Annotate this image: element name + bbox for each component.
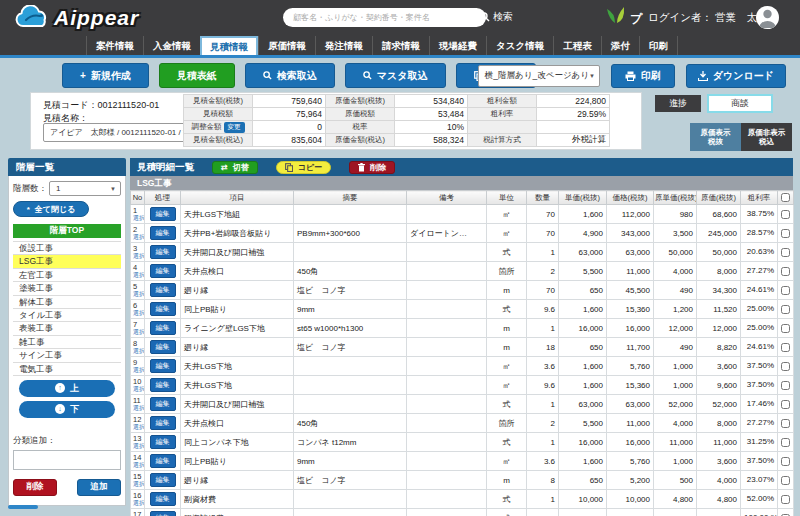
tab-発注情報[interactable]: 発注情報: [315, 36, 372, 55]
edit-button[interactable]: 編集: [150, 454, 176, 468]
edit-button[interactable]: 編集: [150, 226, 176, 240]
edit-button[interactable]: 編集: [150, 435, 176, 449]
tab-請求情報[interactable]: 請求情報: [372, 36, 429, 55]
row-select-link[interactable]: 選択: [133, 310, 143, 317]
avatar[interactable]: [756, 6, 779, 29]
move-up-button[interactable]: ↑ 上: [19, 380, 115, 397]
row-select-link[interactable]: 選択: [133, 272, 143, 279]
edit-button[interactable]: 編集: [150, 207, 176, 221]
print-button[interactable]: 印刷: [611, 64, 675, 88]
edit-button[interactable]: 編集: [150, 397, 176, 411]
tab-入金情報[interactable]: 入金情報: [143, 36, 200, 55]
sidebar-item-塗装工事[interactable]: 塗装工事: [13, 282, 121, 295]
row-checkbox[interactable]: [781, 419, 790, 428]
row-checkbox[interactable]: [781, 210, 790, 219]
select-all-checkbox[interactable]: [781, 193, 790, 202]
detail-copy-button[interactable]: コピー: [276, 161, 331, 174]
row-select-link[interactable]: 選択: [133, 329, 143, 336]
sidebar-item-タイル工事[interactable]: タイル工事: [13, 309, 121, 322]
row-select-link[interactable]: 選択: [133, 215, 143, 222]
change-adjust-button[interactable]: 変更: [224, 122, 245, 133]
edit-button[interactable]: 編集: [150, 283, 176, 297]
hierarchy-top-button[interactable]: 階層TOP: [13, 224, 121, 238]
edit-button[interactable]: 編集: [150, 321, 176, 335]
switch-button[interactable]: ⇄ 切替: [212, 161, 258, 174]
row-select-link[interactable]: 選択: [133, 481, 143, 488]
row-checkbox[interactable]: [781, 343, 790, 352]
sidebar-item-電気工事[interactable]: 電気工事: [13, 363, 121, 376]
row-select-link[interactable]: 選択: [133, 424, 143, 431]
row-select-link[interactable]: 選択: [133, 367, 143, 374]
row-checkbox[interactable]: [781, 476, 790, 485]
cost-hide-toggle[interactable]: 原価非表示 税込: [741, 123, 792, 151]
new-create-button[interactable]: + 新規作成: [62, 63, 149, 88]
help-link[interactable]: プ: [604, 6, 642, 28]
edit-button[interactable]: 編集: [150, 416, 176, 430]
row-checkbox[interactable]: [781, 267, 790, 276]
row-checkbox[interactable]: [781, 248, 790, 257]
row-select-link[interactable]: 選択: [133, 443, 143, 450]
sidebar-item-雑工事[interactable]: 雑工事: [13, 336, 121, 349]
edit-button[interactable]: 編集: [150, 492, 176, 506]
row-select-link[interactable]: 選択: [133, 500, 143, 507]
print-layout-select[interactable]: 横_階層あり_改ページあり ▼: [478, 65, 600, 87]
row-select-link[interactable]: 選択: [133, 405, 143, 412]
row-select-link[interactable]: 選択: [133, 386, 143, 393]
progress-status-button[interactable]: 商談: [707, 94, 773, 113]
global-search-input[interactable]: [283, 8, 486, 27]
sidebar-item-表装工事[interactable]: 表装工事: [13, 322, 121, 335]
master-import-button[interactable]: マスタ取込: [345, 63, 446, 88]
tab-見積情報[interactable]: 見積情報: [200, 36, 258, 55]
global-search-button[interactable]: 検索: [474, 9, 519, 25]
category-add-button[interactable]: 追加: [77, 479, 121, 496]
search-import-button[interactable]: 検索取込: [245, 63, 335, 88]
row-checkbox[interactable]: [781, 400, 790, 409]
collapse-all-button[interactable]: * 全て閉じる: [13, 201, 89, 217]
sidebar-item-左官工事[interactable]: 左官工事: [13, 269, 121, 282]
edit-button[interactable]: 編集: [150, 473, 176, 487]
progress-button[interactable]: 進捗: [655, 95, 701, 112]
cost-show-toggle[interactable]: 原価表示 税抜: [690, 123, 741, 151]
sidebar-scrollbar-thumb[interactable]: [8, 505, 38, 509]
row-checkbox[interactable]: [781, 381, 790, 390]
sidebar-item-仮設工事[interactable]: 仮設工事: [13, 242, 121, 255]
tab-添付[interactable]: 添付: [601, 36, 639, 55]
category-add-input[interactable]: [13, 450, 121, 470]
sidebar-item-サイン工事[interactable]: サイン工事: [13, 349, 121, 362]
edit-button[interactable]: 編集: [150, 302, 176, 316]
tab-工程表[interactable]: 工程表: [553, 36, 601, 55]
row-select-link[interactable]: 選択: [133, 348, 143, 355]
tab-現場経費[interactable]: 現場経費: [429, 36, 486, 55]
edit-button[interactable]: 編集: [150, 378, 176, 392]
edit-button[interactable]: 編集: [150, 264, 176, 278]
tab-印刷[interactable]: 印刷: [639, 36, 678, 55]
category-delete-button[interactable]: 削除: [13, 479, 57, 496]
row-checkbox[interactable]: [781, 324, 790, 333]
edit-button[interactable]: 編集: [150, 245, 176, 259]
row-select-link[interactable]: 選択: [133, 253, 143, 260]
row-select-link[interactable]: 選択: [133, 234, 143, 241]
detail-delete-button[interactable]: 削除: [349, 161, 395, 174]
sidebar-item-解体工事[interactable]: 解体工事: [13, 296, 121, 309]
row-select-link[interactable]: 選択: [133, 462, 143, 469]
sidebar-item-LSG工事[interactable]: LSG工事: [13, 255, 121, 268]
row-checkbox[interactable]: [781, 305, 790, 314]
row-checkbox[interactable]: [781, 229, 790, 238]
row-checkbox[interactable]: [781, 457, 790, 466]
row-checkbox[interactable]: [781, 438, 790, 447]
detail-main: 見積明細一覧 ⇄ 切替 コピー 削除 LSG工事: [130, 158, 793, 516]
row-select-link[interactable]: 選択: [133, 291, 143, 298]
level-select[interactable]: 1 ▼: [49, 181, 121, 196]
download-button[interactable]: ダウンロード: [686, 64, 786, 88]
tab-案件情報[interactable]: 案件情報: [86, 36, 143, 55]
row-checkbox[interactable]: [781, 362, 790, 371]
tab-原価情報[interactable]: 原価情報: [258, 36, 315, 55]
row-checkbox[interactable]: [781, 286, 790, 295]
move-down-button[interactable]: ↓ 下: [19, 401, 115, 418]
row-checkbox[interactable]: [781, 495, 790, 504]
tab-タスク情報[interactable]: タスク情報: [486, 36, 553, 55]
edit-button[interactable]: 編集: [150, 359, 176, 373]
edit-button[interactable]: 編集: [150, 511, 176, 516]
estimate-cover-button[interactable]: 見積表紙: [159, 63, 235, 88]
edit-button[interactable]: 編集: [150, 340, 176, 354]
